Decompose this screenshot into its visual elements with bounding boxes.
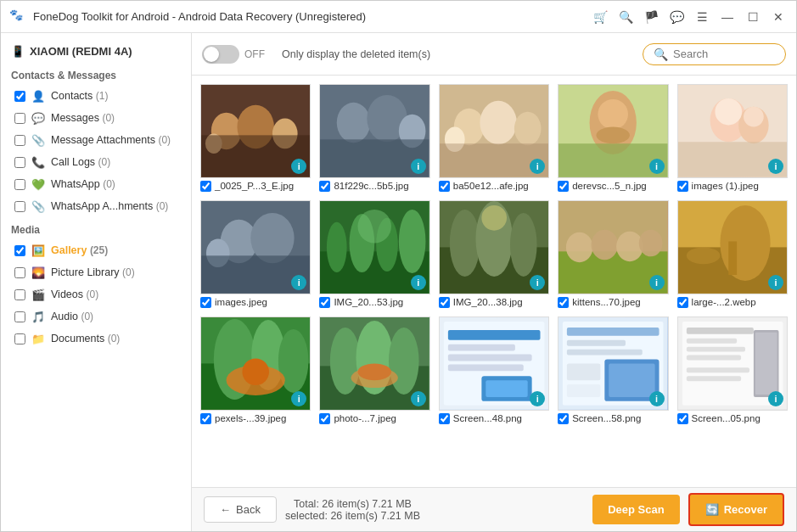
list-item[interactable]: i _0025_P...3_E.jpg [200,84,311,192]
info-badge[interactable]: i [291,275,306,290]
gallery-item-label: Screen...48.png [439,413,522,424]
list-item[interactable]: i Screen...58.png [558,316,668,424]
menu-icon[interactable]: ☰ [693,8,711,26]
info-badge[interactable]: i [768,275,783,290]
info-badge[interactable]: i [530,159,545,174]
gallery-thumb: i [200,84,311,178]
chat-icon[interactable]: 💬 [667,8,686,26]
gallery-item-checkbox[interactable] [319,181,330,192]
gallery-item-checkbox[interactable] [319,297,330,308]
search-box[interactable]: 🔍 [643,43,786,65]
gallery-item-checkbox[interactable] [439,413,450,424]
list-item[interactable]: i images.jpeg [200,200,311,308]
info-badge[interactable]: i [291,391,306,406]
gallery-checkbox[interactable] [14,245,25,256]
gallery-item-checkbox[interactable] [200,297,211,308]
documents-checkbox[interactable] [14,333,25,344]
gallery-item-checkbox[interactable] [558,297,569,308]
gallery-item-checkbox[interactable] [319,413,330,424]
sidebar-item-contacts[interactable]: 👤 Contacts (1) [1,85,191,107]
info-badge[interactable]: i [530,275,545,290]
device-icon: 📱 [11,45,25,58]
list-item[interactable]: i photo-...7.jpeg [319,316,429,424]
info-badge[interactable]: i [411,159,426,174]
sidebar-item-messages[interactable]: 💬 Messages (0) [1,107,191,129]
list-item[interactable]: i images (1).jpeg [677,84,788,192]
attachments-checkbox[interactable] [14,135,25,146]
list-item[interactable]: i ba50e12...afe.jpg [439,84,549,192]
gallery-thumb: i [319,316,429,411]
audio-checkbox[interactable] [14,311,25,322]
info-badge[interactable]: i [768,391,783,406]
close-icon[interactable]: ✕ [769,8,788,26]
gallery-item-checkbox[interactable] [200,413,211,424]
info-badge[interactable]: i [768,159,783,174]
deep-scan-button[interactable]: Deep Scan [592,495,679,524]
contacts-checkbox[interactable] [14,91,25,102]
svg-point-13 [480,101,516,144]
info-badge[interactable]: i [649,159,665,174]
gallery-item-checkbox[interactable] [200,181,211,192]
svg-point-49 [592,230,619,260]
gallery-item-checkbox[interactable] [677,181,688,192]
search-titlebar-icon[interactable]: 🔍 [616,8,635,26]
list-item[interactable]: i derevsc...5_n.jpg [558,84,668,192]
sidebar-item-picture-library[interactable]: 🌄 Picture Library (0) [1,261,191,283]
toggle-switch[interactable]: OFF [202,45,273,64]
sidebar-item-whatsapp-attachments[interactable]: 📎 WhatsApp A...hments (0) [1,195,191,217]
title-bar: 🐾 FoneDog Toolkit for Android - Android … [1,1,796,33]
sidebar-item-documents[interactable]: 📁 Documents (0) [1,328,191,350]
sidebar-item-whatsapp[interactable]: 💚 WhatsApp (0) [1,173,191,195]
messages-checkbox[interactable] [14,113,25,124]
gallery-item-filename: Screen...05.png [692,413,761,423]
svg-rect-87 [567,363,601,380]
list-item[interactable]: i pexels-...39.jpeg [200,316,311,424]
picture-library-checkbox[interactable] [14,267,25,278]
list-item[interactable]: i 81f229c...5b5.jpg [319,84,429,192]
sidebar-item-call-logs[interactable]: 📞 Call Logs (0) [1,151,191,173]
list-item[interactable]: i kittens...70.jpeg [558,200,668,308]
svg-rect-56 [728,241,737,275]
list-item[interactable]: i large-...2.webp [677,200,788,308]
gallery-item-checkbox[interactable] [677,297,688,308]
app-title: FoneDog Toolkit for Android - Android Da… [33,10,591,23]
cart-icon[interactable]: 🛒 [591,8,609,26]
toggle-track[interactable] [202,45,239,64]
gallery-item-checkbox[interactable] [677,413,688,424]
info-badge[interactable]: i [530,391,545,406]
messages-label: Messages (0) [51,112,115,124]
sidebar-item-videos[interactable]: 🎬 Videos (0) [1,283,191,305]
sidebar-item-gallery[interactable]: 🖼️ Gallery (25) [1,239,191,261]
gallery-item-checkbox[interactable] [439,181,450,192]
list-item[interactable]: i Screen...48.png [439,316,549,424]
gallery-thumb: i [200,200,311,294]
whatsapp-attach-checkbox[interactable] [14,201,25,212]
search-input[interactable] [673,48,775,60]
info-badge[interactable]: i [411,275,426,290]
sidebar-item-message-attachments[interactable]: 📎 Message Attachments (0) [1,129,191,151]
recover-button[interactable]: 🔄 Recover [688,493,784,526]
svg-rect-75 [448,344,515,350]
back-button[interactable]: ← Back [204,496,277,523]
sidebar-item-audio[interactable]: 🎵 Audio (0) [1,305,191,328]
whatsapp-checkbox[interactable] [14,179,25,190]
list-item[interactable]: i IMG_20...38.jpg [439,200,549,308]
info-badge[interactable]: i [649,275,665,290]
calllogs-checkbox[interactable] [14,157,25,168]
gallery-item-label: large-...2.webp [677,297,756,308]
svg-point-14 [514,112,542,146]
list-item[interactable]: i Screen...05.png [677,316,788,424]
minimize-icon[interactable]: — [718,8,737,26]
videos-checkbox[interactable] [14,289,25,300]
whatsapp-icon: 💚 [31,176,46,192]
maximize-icon[interactable]: ☐ [744,8,762,26]
calllogs-label: Call Logs (0) [51,156,110,168]
info-badge[interactable]: i [649,391,665,406]
list-item[interactable]: i IMG_20...53.jpg [319,200,429,308]
info-badge[interactable]: i [411,391,426,406]
gallery-item-checkbox[interactable] [558,413,569,424]
gallery-item-checkbox[interactable] [558,181,569,192]
gallery-item-checkbox[interactable] [439,297,450,308]
flag-icon[interactable]: 🏴 [642,8,660,26]
gallery-item-label: images.jpeg [200,297,267,308]
